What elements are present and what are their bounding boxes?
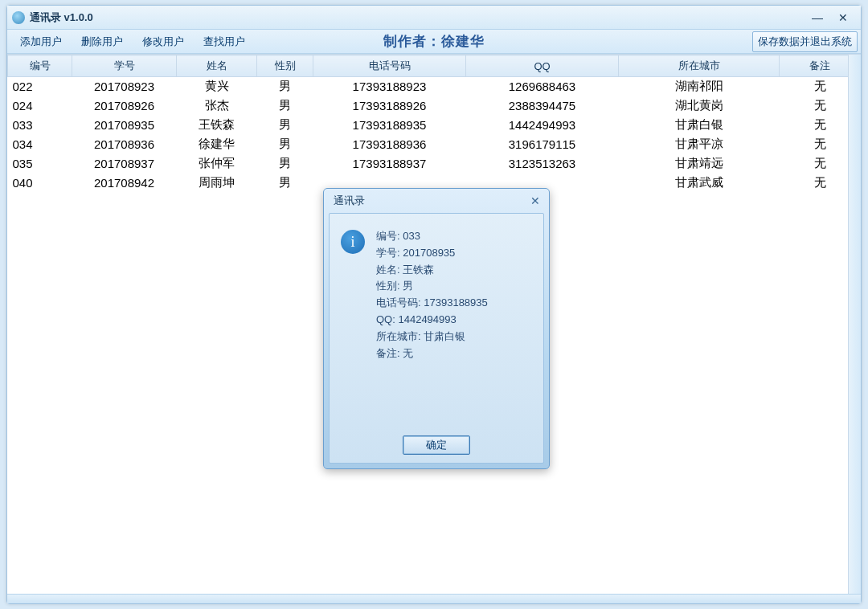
cell-stu-no: 201708937: [72, 154, 177, 174]
col-gender[interactable]: 性别: [257, 55, 313, 77]
value-phone: 17393188935: [424, 296, 488, 309]
credit-label: 制作者：徐建华: [383, 32, 485, 51]
status-bar: [7, 594, 861, 603]
cell-phone: 17393188937: [313, 154, 466, 174]
cell-gender: 男: [257, 135, 313, 154]
cell-gender: 男: [257, 77, 313, 96]
cell-qq: 3123513263: [466, 154, 619, 174]
cell-phone: 17393188923: [313, 77, 466, 96]
cell-stu-no: 201708923: [72, 77, 177, 96]
value-stu-no: 201708935: [403, 247, 455, 259]
info-icon: i: [341, 230, 365, 254]
window-title: 通讯录 v1.0.0: [30, 10, 93, 25]
delete-user-menu[interactable]: 删除用户: [72, 31, 133, 52]
cell-id: 035: [8, 154, 72, 174]
cell-city: 甘肃武威: [619, 174, 780, 193]
cell-qq: 1269688463: [466, 77, 619, 96]
cell-gender: 男: [257, 154, 313, 174]
cell-stu-no: 201708936: [72, 135, 177, 154]
cell-name: 王铁森: [177, 116, 257, 135]
cell-id: 034: [8, 135, 72, 154]
cell-city: 甘肃平凉: [619, 135, 780, 154]
cell-name: 张仲军: [177, 154, 257, 174]
label-id: 编号:: [376, 230, 400, 242]
table-row[interactable]: 035201708937张仲军男173931889373123513263甘肃靖…: [8, 154, 861, 174]
cell-id: 033: [8, 116, 72, 135]
table-row[interactable]: 034201708936徐建华男173931889363196179115甘肃平…: [8, 135, 861, 154]
col-phone[interactable]: 电话号码: [313, 55, 466, 77]
dialog-title: 通讯录: [334, 194, 365, 208]
cell-gender: 男: [257, 116, 313, 135]
col-city[interactable]: 所在城市: [619, 55, 780, 77]
label-remark: 备注:: [376, 347, 400, 359]
find-user-menu[interactable]: 查找用户: [194, 31, 255, 52]
label-stu-no: 学号:: [376, 247, 400, 259]
cell-phone: 17393188935: [313, 116, 466, 135]
cell-gender: 男: [257, 96, 313, 116]
save-exit-button[interactable]: 保存数据并退出系统: [752, 31, 858, 52]
toolbar: 添加用户 删除用户 修改用户 查找用户 制作者：徐建华 保存数据并退出系统: [7, 30, 861, 54]
cell-gender: 男: [257, 174, 313, 193]
dialog-content: i 编号: 033 学号: 201708935 姓名: 王铁森 性别: 男 电话…: [341, 228, 532, 431]
cell-stu-no: 201708942: [72, 174, 177, 193]
col-qq[interactable]: QQ: [466, 55, 619, 77]
close-icon: ✕: [838, 11, 848, 24]
cell-name: 黄兴: [177, 77, 257, 96]
cell-stu-no: 201708926: [72, 96, 177, 116]
cell-qq: 3196179115: [466, 135, 619, 154]
add-user-menu[interactable]: 添加用户: [10, 31, 72, 52]
cell-name: 张杰: [177, 96, 257, 116]
label-phone: 电话号码:: [376, 296, 421, 309]
close-icon: ✕: [530, 194, 540, 207]
vertical-scrollbar[interactable]: [848, 55, 861, 594]
dialog-button-row: 确定: [341, 431, 532, 456]
modify-user-menu[interactable]: 修改用户: [133, 31, 194, 52]
value-city: 甘肃白银: [424, 330, 465, 342]
cell-phone: 17393188936: [313, 135, 466, 154]
cell-city: 甘肃靖远: [619, 154, 780, 174]
label-name: 姓名:: [376, 264, 400, 276]
col-name[interactable]: 姓名: [177, 55, 257, 77]
label-gender: 性别:: [376, 280, 400, 292]
value-remark: 无: [403, 347, 413, 359]
cell-qq: 2388394475: [466, 96, 619, 116]
value-qq: 1442494993: [398, 313, 456, 325]
dialog-titlebar: 通讯录 ✕: [326, 190, 547, 211]
cell-name: 徐建华: [177, 135, 257, 154]
col-stu-no[interactable]: 学号: [72, 55, 177, 77]
contacts-table: 编号 学号 姓名 性别 电话号码 QQ 所在城市 备注 022201708923…: [7, 55, 861, 193]
cell-city: 甘肃白银: [619, 116, 780, 135]
info-dialog: 通讯录 ✕ i 编号: 033 学号: 201708935 姓名: 王铁森 性别…: [323, 188, 550, 469]
cell-stu-no: 201708935: [72, 116, 177, 135]
cell-id: 024: [8, 96, 72, 116]
titlebar: 通讯录 v1.0.0 — ✕: [7, 6, 861, 30]
app-icon: [12, 11, 25, 24]
cell-phone: 17393188926: [313, 96, 466, 116]
table-header-row: 编号 学号 姓名 性别 电话号码 QQ 所在城市 备注: [8, 55, 861, 77]
cell-id: 022: [8, 77, 72, 96]
close-button[interactable]: ✕: [832, 10, 854, 25]
value-name: 王铁森: [403, 264, 434, 276]
cell-city: 湖北黄岗: [619, 96, 780, 116]
dialog-info-text: 编号: 033 学号: 201708935 姓名: 王铁森 性别: 男 电话号码…: [376, 228, 488, 362]
ok-button[interactable]: 确定: [403, 435, 470, 455]
minimize-button[interactable]: —: [806, 10, 829, 25]
cell-qq: 1442494993: [466, 116, 619, 135]
dialog-close-button[interactable]: ✕: [528, 194, 542, 208]
label-qq: QQ:: [376, 313, 395, 325]
label-city: 所在城市:: [376, 330, 421, 342]
table-row[interactable]: 024201708926张杰男173931889262388394475湖北黄岗…: [8, 96, 861, 116]
cell-id: 040: [8, 174, 72, 193]
col-id[interactable]: 编号: [8, 55, 72, 77]
minimize-icon: —: [812, 11, 823, 24]
cell-name: 周雨坤: [177, 174, 257, 193]
value-id: 033: [403, 230, 420, 242]
table-row[interactable]: 033201708935王铁森男173931889351442494993甘肃白…: [8, 116, 861, 135]
dialog-body: i 编号: 033 学号: 201708935 姓名: 王铁森 性别: 男 电话…: [329, 213, 544, 464]
cell-city: 湖南祁阳: [619, 77, 780, 96]
table-row[interactable]: 022201708923黄兴男173931889231269688463湖南祁阳…: [8, 77, 861, 96]
value-gender: 男: [403, 280, 413, 292]
